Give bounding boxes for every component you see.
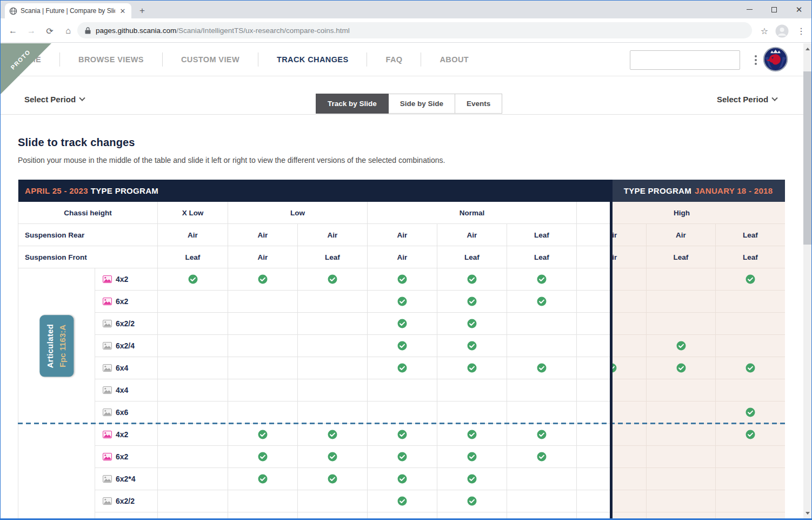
home-icon[interactable]: ⌂ xyxy=(61,24,75,38)
check-icon xyxy=(467,496,477,506)
image-icon xyxy=(103,364,112,372)
cell-6x2*4-cut xyxy=(611,468,647,490)
cell-6x2*4-left-1 xyxy=(228,468,298,490)
image-icon xyxy=(103,453,112,460)
window-minimize-button[interactable] xyxy=(737,1,762,18)
nav-item-faq[interactable]: FAQ xyxy=(385,55,402,64)
address-bar[interactable]: pages.github.scania.com/Scania/Intellige… xyxy=(77,22,752,38)
suspension-value: Air xyxy=(368,246,437,268)
check-icon xyxy=(467,274,477,284)
favicon-globe-icon xyxy=(9,7,17,15)
cell-4x2-left-4 xyxy=(437,268,507,291)
slider-divider[interactable] xyxy=(610,180,613,518)
cell-4x2-cut xyxy=(611,424,647,446)
cell-6x4-left-0 xyxy=(158,357,228,379)
group-badge[interactable]: ArticulatedFpc 1163:A xyxy=(39,315,74,377)
scrollbar-thumb[interactable] xyxy=(803,71,811,245)
cell-4x2-right-1 xyxy=(716,424,785,446)
new-tab-button[interactable]: + xyxy=(137,5,148,16)
check-icon xyxy=(397,474,407,484)
chevron-down-icon xyxy=(79,95,85,101)
tab-side-by-side[interactable]: Side by Side xyxy=(389,94,455,114)
cell-4x4-left-0 xyxy=(158,379,228,401)
row-label-partial xyxy=(95,512,158,518)
bookmark-star-icon[interactable]: ☆ xyxy=(757,24,771,38)
nav-item-browse-views[interactable]: BROWSE VIEWS xyxy=(78,55,144,64)
check-icon xyxy=(537,452,547,462)
image-icon xyxy=(103,409,112,416)
back-icon[interactable]: ← xyxy=(6,24,20,38)
row-label-4x2: 4x2 xyxy=(95,424,158,446)
window-close-button[interactable]: ✕ xyxy=(787,1,811,18)
nav-item-about[interactable]: ABOUT xyxy=(440,55,469,64)
cell-6x2-cut xyxy=(611,291,647,313)
forward-icon[interactable]: → xyxy=(24,24,38,38)
cell-6x2*4-left-0 xyxy=(158,468,228,490)
cell-6x2*4-left-5 xyxy=(507,468,577,490)
scrollbar-up-icon[interactable] xyxy=(803,44,811,53)
cell-6x4-left-4 xyxy=(437,357,507,379)
page-scrollbar[interactable] xyxy=(803,43,811,518)
group-badge-cell xyxy=(18,424,95,518)
check-icon xyxy=(328,474,337,484)
tab-events[interactable]: Events xyxy=(455,94,502,114)
site-menu-kebab-icon[interactable] xyxy=(752,53,760,67)
config-label: 6x2 xyxy=(116,297,128,306)
cell-6x2/2-left-4 xyxy=(437,313,507,335)
scrollbar-down-icon[interactable] xyxy=(803,509,811,517)
check-icon xyxy=(328,274,337,284)
cell-6x2/2-left-0 xyxy=(158,313,228,335)
suspension-value-cut: Air xyxy=(611,246,647,268)
row-label-6x4: 6x4 xyxy=(95,357,158,379)
reload-icon[interactable]: ⟳ xyxy=(43,24,57,38)
cell-4x2-right-0 xyxy=(647,268,716,291)
cell-6x2-left-2 xyxy=(298,291,368,313)
cell-partial xyxy=(611,512,647,518)
cell-4x4-cut xyxy=(611,379,647,401)
cell-6x6-right-1 xyxy=(716,401,785,424)
select-period-left[interactable]: Select Period xyxy=(24,95,84,104)
chassi-group-high: High xyxy=(611,202,785,224)
select-period-left-label: Select Period xyxy=(24,95,76,104)
cell-4x2-left-1 xyxy=(228,268,298,291)
check-icon xyxy=(676,363,686,373)
browser-tab[interactable]: Scania | Future | Compare by Slid ✕ xyxy=(5,3,131,18)
tab-track-by-slide[interactable]: Track by Slide xyxy=(316,94,389,114)
search-input[interactable] xyxy=(630,50,740,70)
cell-6x6-left-0 xyxy=(158,401,228,424)
url-path: /Scania/IntelligentTS/ux-research/compar… xyxy=(176,27,349,35)
cell-partial xyxy=(437,512,507,518)
nav-item-custom-view[interactable]: CUSTOM VIEW xyxy=(181,55,239,64)
suspension-value: Leaf xyxy=(507,246,577,268)
chassi-group-empty xyxy=(577,202,611,224)
check-icon xyxy=(328,452,337,462)
profile-avatar[interactable] xyxy=(775,24,789,38)
cell-6x2/2-right-1 xyxy=(716,313,785,335)
browser-menu-kebab-icon[interactable]: ⋮ xyxy=(794,24,808,38)
scania-logo[interactable] xyxy=(763,47,788,74)
cell-4x4-right-1 xyxy=(716,379,785,401)
cell-6x2-left-5 xyxy=(507,446,577,468)
nav-separator xyxy=(421,52,421,67)
cell-6x4-left-3 xyxy=(368,357,437,379)
window-maximize-button[interactable] xyxy=(762,1,787,18)
config-label: 6x4 xyxy=(116,364,128,372)
select-period-right[interactable]: Select Period xyxy=(717,95,777,104)
cell-6x6-left-5 xyxy=(507,401,577,424)
suspension-value: Leaf xyxy=(716,224,785,246)
suspension-rear-label: Suspension Rear xyxy=(18,224,158,246)
cell-6x2-right-0 xyxy=(647,446,716,468)
row-label-6x2: 6x2 xyxy=(95,446,158,468)
nav-item-track-changes[interactable]: TRACK CHANGES xyxy=(277,55,348,64)
cell-6x2/2-cut xyxy=(611,313,647,335)
cell-6x4-left-1 xyxy=(228,357,298,379)
main-nav: HOME BROWSE VIEWS CUSTOM VIEW TRACK CHAN… xyxy=(17,43,469,76)
row-label-4x4: 4x4 xyxy=(95,379,158,401)
check-icon xyxy=(258,474,268,484)
cell-partial xyxy=(507,512,577,518)
cell-6x2/2-left-2 xyxy=(298,490,368,512)
cell-6x2/2-left-1 xyxy=(228,490,298,512)
tab-close-icon[interactable]: ✕ xyxy=(118,6,127,15)
program-header-right: TYPE PROGRAMJANUARY 18 - 2018 xyxy=(611,180,785,202)
cell-4x2-right-0 xyxy=(647,424,716,446)
